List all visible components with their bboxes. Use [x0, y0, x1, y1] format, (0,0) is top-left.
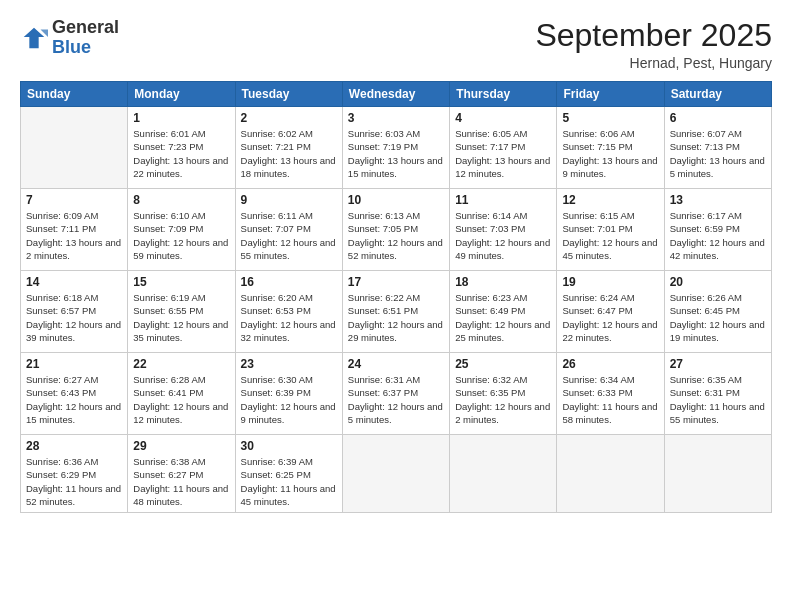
- day-info: Sunrise: 6:34 AMSunset: 6:33 PMDaylight:…: [562, 373, 658, 426]
- calendar-cell: 17Sunrise: 6:22 AMSunset: 6:51 PMDayligh…: [342, 271, 449, 353]
- day-info: Sunrise: 6:03 AMSunset: 7:19 PMDaylight:…: [348, 127, 444, 180]
- day-number: 12: [562, 193, 658, 207]
- calendar-header-row: SundayMondayTuesdayWednesdayThursdayFrid…: [21, 82, 772, 107]
- calendar-cell: 13Sunrise: 6:17 AMSunset: 6:59 PMDayligh…: [664, 189, 771, 271]
- day-number: 16: [241, 275, 337, 289]
- day-number: 8: [133, 193, 229, 207]
- title-block: September 2025 Hernad, Pest, Hungary: [535, 18, 772, 71]
- day-number: 10: [348, 193, 444, 207]
- svg-marker-0: [24, 28, 45, 49]
- day-info: Sunrise: 6:15 AMSunset: 7:01 PMDaylight:…: [562, 209, 658, 262]
- logo-text: General Blue: [52, 18, 119, 58]
- logo-general: General: [52, 17, 119, 37]
- location: Hernad, Pest, Hungary: [535, 55, 772, 71]
- calendar-cell: [557, 435, 664, 513]
- month-title: September 2025: [535, 18, 772, 53]
- weekday-header: Wednesday: [342, 82, 449, 107]
- day-info: Sunrise: 6:19 AMSunset: 6:55 PMDaylight:…: [133, 291, 229, 344]
- day-number: 19: [562, 275, 658, 289]
- logo-blue: Blue: [52, 37, 91, 57]
- day-info: Sunrise: 6:06 AMSunset: 7:15 PMDaylight:…: [562, 127, 658, 180]
- day-number: 17: [348, 275, 444, 289]
- day-info: Sunrise: 6:01 AMSunset: 7:23 PMDaylight:…: [133, 127, 229, 180]
- weekday-header: Monday: [128, 82, 235, 107]
- weekday-header: Tuesday: [235, 82, 342, 107]
- day-number: 26: [562, 357, 658, 371]
- day-info: Sunrise: 6:20 AMSunset: 6:53 PMDaylight:…: [241, 291, 337, 344]
- day-number: 4: [455, 111, 551, 125]
- day-info: Sunrise: 6:39 AMSunset: 6:25 PMDaylight:…: [241, 455, 337, 508]
- day-info: Sunrise: 6:32 AMSunset: 6:35 PMDaylight:…: [455, 373, 551, 426]
- day-info: Sunrise: 6:09 AMSunset: 7:11 PMDaylight:…: [26, 209, 122, 262]
- day-number: 13: [670, 193, 766, 207]
- calendar-cell: [342, 435, 449, 513]
- calendar-cell: 11Sunrise: 6:14 AMSunset: 7:03 PMDayligh…: [450, 189, 557, 271]
- day-info: Sunrise: 6:38 AMSunset: 6:27 PMDaylight:…: [133, 455, 229, 508]
- calendar-cell: [664, 435, 771, 513]
- day-number: 27: [670, 357, 766, 371]
- calendar-cell: 27Sunrise: 6:35 AMSunset: 6:31 PMDayligh…: [664, 353, 771, 435]
- calendar-week-row: 14Sunrise: 6:18 AMSunset: 6:57 PMDayligh…: [21, 271, 772, 353]
- calendar-cell: 24Sunrise: 6:31 AMSunset: 6:37 PMDayligh…: [342, 353, 449, 435]
- day-number: 2: [241, 111, 337, 125]
- day-number: 21: [26, 357, 122, 371]
- day-number: 5: [562, 111, 658, 125]
- day-number: 22: [133, 357, 229, 371]
- calendar-cell: 6Sunrise: 6:07 AMSunset: 7:13 PMDaylight…: [664, 107, 771, 189]
- weekday-header: Thursday: [450, 82, 557, 107]
- day-info: Sunrise: 6:02 AMSunset: 7:21 PMDaylight:…: [241, 127, 337, 180]
- logo-icon: [20, 24, 48, 52]
- day-info: Sunrise: 6:27 AMSunset: 6:43 PMDaylight:…: [26, 373, 122, 426]
- day-info: Sunrise: 6:28 AMSunset: 6:41 PMDaylight:…: [133, 373, 229, 426]
- day-info: Sunrise: 6:30 AMSunset: 6:39 PMDaylight:…: [241, 373, 337, 426]
- calendar-week-row: 21Sunrise: 6:27 AMSunset: 6:43 PMDayligh…: [21, 353, 772, 435]
- day-info: Sunrise: 6:36 AMSunset: 6:29 PMDaylight:…: [26, 455, 122, 508]
- weekday-header: Friday: [557, 82, 664, 107]
- day-info: Sunrise: 6:05 AMSunset: 7:17 PMDaylight:…: [455, 127, 551, 180]
- calendar-cell: 25Sunrise: 6:32 AMSunset: 6:35 PMDayligh…: [450, 353, 557, 435]
- calendar-cell: [450, 435, 557, 513]
- day-info: Sunrise: 6:26 AMSunset: 6:45 PMDaylight:…: [670, 291, 766, 344]
- calendar-cell: 10Sunrise: 6:13 AMSunset: 7:05 PMDayligh…: [342, 189, 449, 271]
- calendar-cell: 20Sunrise: 6:26 AMSunset: 6:45 PMDayligh…: [664, 271, 771, 353]
- day-number: 6: [670, 111, 766, 125]
- day-info: Sunrise: 6:14 AMSunset: 7:03 PMDaylight:…: [455, 209, 551, 262]
- calendar-cell: 22Sunrise: 6:28 AMSunset: 6:41 PMDayligh…: [128, 353, 235, 435]
- day-number: 7: [26, 193, 122, 207]
- calendar-table: SundayMondayTuesdayWednesdayThursdayFrid…: [20, 81, 772, 513]
- calendar-cell: 19Sunrise: 6:24 AMSunset: 6:47 PMDayligh…: [557, 271, 664, 353]
- day-info: Sunrise: 6:31 AMSunset: 6:37 PMDaylight:…: [348, 373, 444, 426]
- calendar-cell: 5Sunrise: 6:06 AMSunset: 7:15 PMDaylight…: [557, 107, 664, 189]
- calendar-cell: 12Sunrise: 6:15 AMSunset: 7:01 PMDayligh…: [557, 189, 664, 271]
- day-info: Sunrise: 6:18 AMSunset: 6:57 PMDaylight:…: [26, 291, 122, 344]
- calendar-cell: 16Sunrise: 6:20 AMSunset: 6:53 PMDayligh…: [235, 271, 342, 353]
- calendar-cell: 7Sunrise: 6:09 AMSunset: 7:11 PMDaylight…: [21, 189, 128, 271]
- day-info: Sunrise: 6:11 AMSunset: 7:07 PMDaylight:…: [241, 209, 337, 262]
- day-number: 30: [241, 439, 337, 453]
- calendar-cell: 2Sunrise: 6:02 AMSunset: 7:21 PMDaylight…: [235, 107, 342, 189]
- day-info: Sunrise: 6:10 AMSunset: 7:09 PMDaylight:…: [133, 209, 229, 262]
- day-number: 18: [455, 275, 551, 289]
- header: General Blue September 2025 Hernad, Pest…: [20, 18, 772, 71]
- calendar-week-row: 1Sunrise: 6:01 AMSunset: 7:23 PMDaylight…: [21, 107, 772, 189]
- day-info: Sunrise: 6:17 AMSunset: 6:59 PMDaylight:…: [670, 209, 766, 262]
- day-number: 1: [133, 111, 229, 125]
- calendar-cell: 23Sunrise: 6:30 AMSunset: 6:39 PMDayligh…: [235, 353, 342, 435]
- day-info: Sunrise: 6:13 AMSunset: 7:05 PMDaylight:…: [348, 209, 444, 262]
- day-number: 14: [26, 275, 122, 289]
- logo: General Blue: [20, 18, 119, 58]
- day-info: Sunrise: 6:07 AMSunset: 7:13 PMDaylight:…: [670, 127, 766, 180]
- day-number: 3: [348, 111, 444, 125]
- calendar-cell: 3Sunrise: 6:03 AMSunset: 7:19 PMDaylight…: [342, 107, 449, 189]
- calendar-week-row: 28Sunrise: 6:36 AMSunset: 6:29 PMDayligh…: [21, 435, 772, 513]
- calendar-cell: 15Sunrise: 6:19 AMSunset: 6:55 PMDayligh…: [128, 271, 235, 353]
- calendar-cell: 4Sunrise: 6:05 AMSunset: 7:17 PMDaylight…: [450, 107, 557, 189]
- day-number: 11: [455, 193, 551, 207]
- calendar-cell: 30Sunrise: 6:39 AMSunset: 6:25 PMDayligh…: [235, 435, 342, 513]
- day-info: Sunrise: 6:23 AMSunset: 6:49 PMDaylight:…: [455, 291, 551, 344]
- calendar-cell: 8Sunrise: 6:10 AMSunset: 7:09 PMDaylight…: [128, 189, 235, 271]
- day-number: 28: [26, 439, 122, 453]
- day-number: 15: [133, 275, 229, 289]
- day-info: Sunrise: 6:24 AMSunset: 6:47 PMDaylight:…: [562, 291, 658, 344]
- calendar-cell: 26Sunrise: 6:34 AMSunset: 6:33 PMDayligh…: [557, 353, 664, 435]
